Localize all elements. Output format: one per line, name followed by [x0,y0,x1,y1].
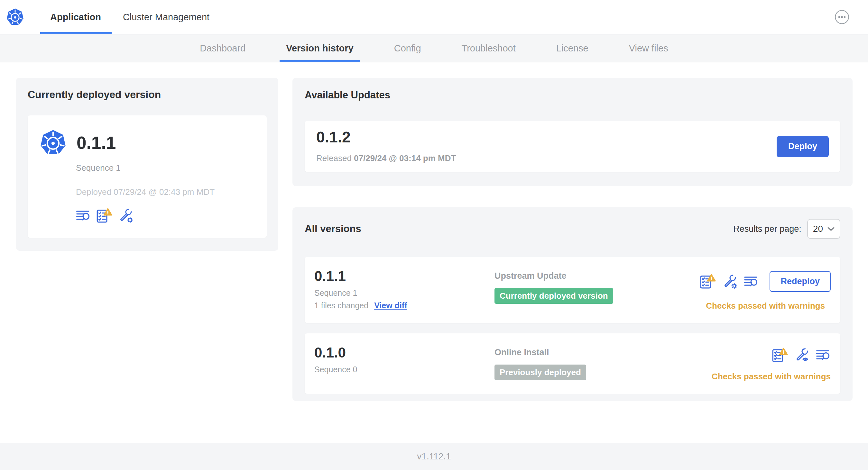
kubernetes-logo-icon [6,8,25,26]
logs-icon[interactable] [744,275,758,289]
currently-deployed-title: Currently deployed version [28,89,267,101]
config-view-icon[interactable] [795,348,809,363]
view-diff-link[interactable]: View diff [374,301,407,310]
deploy-button[interactable]: Deploy [777,136,829,157]
main-content: Currently deployed version 0.1.1 Sequenc… [0,62,868,443]
app-footer: v1.112.1 [0,443,868,470]
tab-cluster-management[interactable]: Cluster Management [123,0,210,34]
row-sequence: Sequence 0 [314,365,494,374]
app-subnav: Dashboard Version history Config Trouble… [0,34,868,62]
deployed-version-card: 0.1.1 Sequence 1 Deployed 07/29/24 @ 02:… [28,115,267,238]
console-version: v1.112.1 [417,451,451,462]
top-bar: Application Cluster Management [0,0,868,34]
update-card: 0.1.2 Released 07/29/24 @ 03:14 pm MDT D… [305,121,840,172]
config-gear-icon[interactable] [722,274,737,289]
deployed-version-number: 0.1.1 [76,134,116,152]
released-label: Released [316,153,352,163]
deployed-timestamp: Deployed 07/29/24 @ 02:43 pm MDT [76,187,255,197]
subnav-view-files[interactable]: View files [629,34,668,62]
app-logo [6,0,25,34]
chevron-down-icon [828,227,835,231]
logs-icon[interactable] [816,348,831,362]
subnav-config[interactable]: Config [394,34,421,62]
currently-deployed-panel: Currently deployed version 0.1.1 Sequenc… [16,78,278,251]
status-badge-currently-deployed: Currently deployed version [494,288,613,304]
preflight-checks-warning-icon[interactable] [700,274,716,289]
preflight-checks-warning-icon[interactable] [96,208,113,223]
released-date: 07/29/24 @ 03:14 pm MDT [354,153,456,163]
redeploy-button[interactable]: Redeploy [770,271,831,292]
checks-status-text: Checks passed with warnings [712,372,831,381]
files-changed-label: 1 files changed [314,301,368,310]
kubernetes-app-icon [39,129,67,157]
version-row-0-1-1: 0.1.1 Sequence 1 1 files changed View di… [305,257,840,323]
preflight-checks-warning-icon[interactable] [772,347,788,363]
status-badge-previously-deployed: Previously deployed [494,365,586,380]
subnav-troubleshoot[interactable]: Troubleshoot [462,34,516,62]
right-column: Available Updates 0.1.2 Released 07/29/2… [292,78,852,401]
all-versions-panel: All versions Results per page: 20 [292,207,852,401]
row-source-label: Online Install [494,347,712,358]
row-version-number: 0.1.1 [314,269,494,283]
row-sequence: Sequence 1 [314,289,494,298]
results-per-page-value: 20 [813,224,823,234]
results-per-page-label: Results per page: [733,224,801,234]
subnav-license[interactable]: License [556,34,588,62]
subnav-version-history[interactable]: Version history [286,34,353,62]
config-gear-icon[interactable] [118,208,133,223]
top-tabs: Application Cluster Management [50,0,231,34]
row-version-number: 0.1.0 [314,345,494,360]
available-updates-title: Available Updates [305,89,840,101]
row-source-label: Upstream Update [494,271,700,281]
all-versions-title: All versions [305,223,361,235]
update-released-line: Released 07/29/24 @ 03:14 pm MDT [316,153,456,163]
tab-application[interactable]: Application [50,0,101,34]
deployed-sequence: Sequence 1 [76,163,255,173]
available-updates-panel: Available Updates 0.1.2 Released 07/29/2… [292,78,852,186]
more-options-button[interactable] [835,10,849,25]
version-row-0-1-0: 0.1.0 Sequence 0 Online Install Previous… [305,333,840,394]
update-version-number: 0.1.2 [316,130,456,145]
checks-status-text: Checks passed with warnings [706,301,825,311]
logs-icon[interactable] [76,209,91,223]
subnav-dashboard[interactable]: Dashboard [200,34,245,62]
results-per-page-select[interactable]: 20 [807,219,840,239]
ellipsis-icon [835,10,849,25]
